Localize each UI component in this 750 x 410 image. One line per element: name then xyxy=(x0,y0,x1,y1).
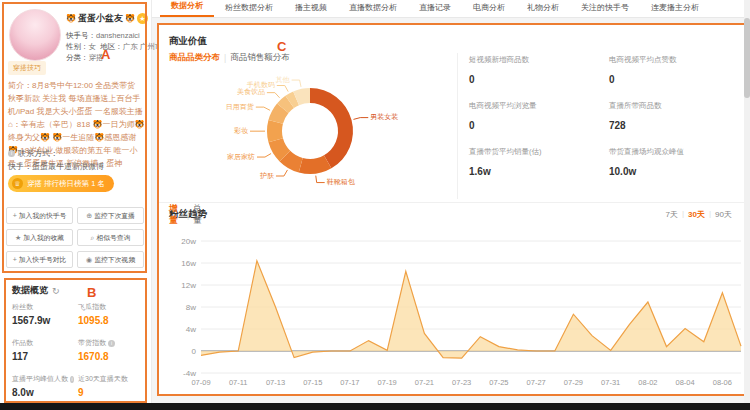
overview-title: 数据概览 xyxy=(12,284,48,297)
x-tick-label: 08-02 xyxy=(638,378,657,387)
info-icon: i xyxy=(108,340,115,347)
seller-badge-icon: ★ xyxy=(137,13,148,24)
nav-tab[interactable]: 关注的快手号New xyxy=(570,2,640,17)
plus-icon: + xyxy=(13,256,17,263)
stat-label: 作品数 xyxy=(12,338,74,348)
divider: | xyxy=(187,210,189,220)
overview-stat: 带货指数i1670.8 xyxy=(78,338,142,362)
stat-label: 飞瓜指数 xyxy=(78,302,142,312)
rank-pill-label: 穿搭 排行榜日榜第 1 名 xyxy=(27,179,105,189)
scrollbar[interactable] xyxy=(744,0,750,403)
button-label: 加入我的收藏 xyxy=(23,233,64,243)
label-line xyxy=(277,86,288,92)
overview-title-row: 数据概览 ↻ xyxy=(12,284,60,297)
range-option[interactable]: 7天 xyxy=(666,209,678,220)
slice-label: 其他 xyxy=(276,76,291,84)
scrollbar-thumb[interactable] xyxy=(744,18,750,98)
button-label: 监控下次视频 xyxy=(94,255,135,265)
stat-value: 0 xyxy=(609,74,749,85)
button-label: 加入我的快手号 xyxy=(19,211,67,221)
y-tick-label: 4w xyxy=(186,325,196,334)
stat-value: 10.0w xyxy=(609,166,749,177)
category-label: 分类： xyxy=(66,53,89,62)
button-label: 监控下次直播 xyxy=(94,211,135,221)
nav-tab[interactable]: 直播数据分析New xyxy=(338,2,408,17)
label-line xyxy=(353,118,368,120)
top-tabbar: 数据分析粉丝数据分析播主视频直播数据分析New直播记录New电商分析New礼物分… xyxy=(152,0,744,18)
nav-tab[interactable]: 电商分析New xyxy=(462,2,516,17)
profile-action-button[interactable]: ⊕监控下次直播 xyxy=(77,207,144,224)
profile-actions: +加入我的快手号⊕监控下次直播★加入我的收藏⌕相似号查询+加入快手号对比◉监控下… xyxy=(6,207,144,268)
x-tick-label: 07-21 xyxy=(415,378,434,387)
nav-tab[interactable]: 礼物分析New xyxy=(516,2,570,17)
profile-action-button[interactable]: ⌕相似号查询 xyxy=(77,229,144,246)
overview-stat: 近30天直播天数9 xyxy=(78,374,142,398)
range-option[interactable]: 90天 xyxy=(715,209,732,220)
donut-slice xyxy=(310,88,353,168)
gender-region-line: 性别：女 地区：广东 广州市 xyxy=(66,42,162,52)
overview-stat: 直播平均峰值人数i8.0w xyxy=(12,374,74,398)
stat-value: 728 xyxy=(609,120,749,131)
stat-value: 0 xyxy=(469,120,609,131)
overview-stat: 作品数117 xyxy=(12,338,74,362)
monitor-icon: ⊕ xyxy=(86,212,92,220)
avatar[interactable] xyxy=(9,9,61,61)
nav-tab[interactable]: 粉丝数据分析 xyxy=(214,2,284,17)
profile-action-button[interactable]: +加入快手号对比 xyxy=(6,251,73,268)
rank-pill[interactable]: ♕ 穿搭 排行榜日榜第 1 名 xyxy=(8,175,114,192)
x-tick-label: 07-25 xyxy=(489,378,508,387)
profile-action-button[interactable]: ◉监控下次视频 xyxy=(77,251,144,268)
profile-action-button[interactable]: +加入我的快手号 xyxy=(6,207,73,224)
stat-value: 1.6w xyxy=(469,166,609,177)
y-tick-label: 12w xyxy=(181,281,196,290)
label-line xyxy=(276,170,288,176)
nav-tab[interactable]: 播主视频 xyxy=(284,2,338,17)
label-line xyxy=(292,80,301,87)
annotation-letter-a: A xyxy=(101,47,110,62)
y-tick-label: 0 xyxy=(192,347,197,356)
stat-label: 粉丝数 xyxy=(12,302,74,312)
range-option[interactable]: 30天 xyxy=(688,209,705,220)
stat-value: 1095.8 xyxy=(78,315,142,326)
divider: | xyxy=(682,209,684,220)
area-fill xyxy=(201,261,741,358)
label-line xyxy=(256,107,270,110)
slice-label: 男装女装 xyxy=(370,113,398,121)
overview-stat: 飞瓜指数1095.8 xyxy=(78,302,142,326)
nav-tab[interactable]: 数据分析 xyxy=(160,0,214,17)
eye-icon: ◉ xyxy=(86,256,92,264)
commercial-value-title: 商业价值 xyxy=(169,35,207,48)
slice-label: 手机数码 xyxy=(247,81,275,89)
streamer-name: 蛋蛋小盆友 xyxy=(78,12,123,25)
profile-sidebar: 🐯 蛋蛋小盆友 🐯 ★ 快手号：danshenzaici 性别：女 地区：广东 … xyxy=(0,0,152,403)
x-tick-label: 07-13 xyxy=(266,378,285,387)
kuaishou-id-label: 快手号： xyxy=(66,31,96,40)
profile-action-button[interactable]: ★加入我的收藏 xyxy=(6,229,73,246)
stat-label: 直播带货平均销量(估) xyxy=(469,147,609,157)
commercial-stat: 直播所带商品数728 xyxy=(609,101,749,131)
time-range-filter: 7天|30天|90天 xyxy=(666,209,732,220)
y-tick-label: 16w xyxy=(181,259,196,268)
info-icon: i xyxy=(8,150,15,157)
x-tick-label: 07-11 xyxy=(229,378,248,387)
plus-icon: + xyxy=(13,212,17,219)
commercial-stats: 短视频新增商品数0电商视频平均点赞数0电商视频平均浏览量0直播所带商品数728直… xyxy=(469,55,749,177)
profile-tag-chip[interactable]: 穿搭技巧 xyxy=(8,61,46,75)
nav-tab[interactable]: 连麦播主分析New xyxy=(640,2,710,17)
slice-label: 彩妆 xyxy=(234,127,248,135)
label-line xyxy=(316,176,325,183)
nav-tab[interactable]: 直播记录New xyxy=(408,2,462,17)
gender-label: 性别： xyxy=(66,42,89,51)
commercial-stat: 电商视频平均点赞数0 xyxy=(609,55,749,85)
refresh-icon[interactable]: ↻ xyxy=(52,286,60,296)
contact-line: i 联系方式： xyxy=(8,148,58,159)
tiger-emoji-icon: 🐯 xyxy=(125,14,135,23)
main-panel: 商业价值 C 商品品类分布|商品销售额分布 男装女装鞋靴箱包护肤家居家纺彩妆日用… xyxy=(157,23,746,396)
bio-label: 简介： xyxy=(8,81,32,90)
button-label: 加入快手号对比 xyxy=(19,255,67,265)
x-tick-label: 08-04 xyxy=(676,378,695,387)
streamer-name-row: 🐯 蛋蛋小盆友 🐯 ★ xyxy=(66,12,148,25)
x-tick-label: 07-17 xyxy=(340,378,359,387)
stat-label: 电商视频平均浏览量 xyxy=(469,101,609,111)
commercial-stat: 带货直播场均观众峰值10.0w xyxy=(609,147,749,177)
